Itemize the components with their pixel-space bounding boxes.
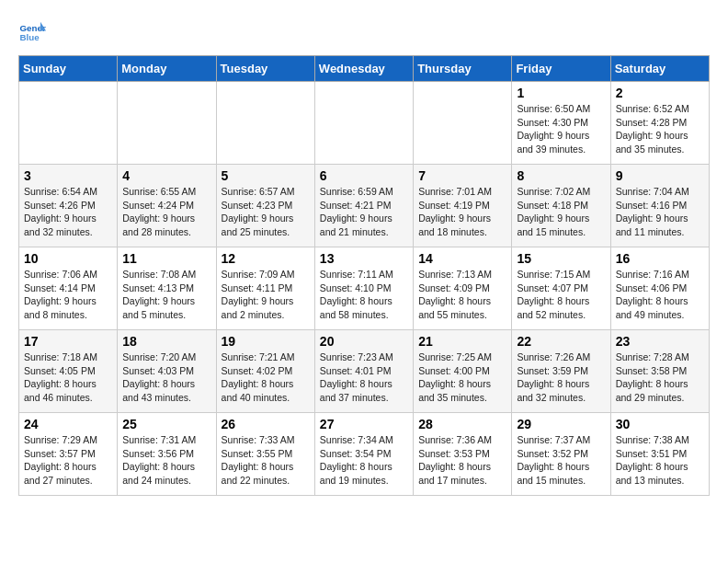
calendar-cell: 12Sunrise: 7:09 AM Sunset: 4:11 PM Dayli… [216, 247, 314, 330]
calendar-table: SundayMondayTuesdayWednesdayThursdayFrid… [18, 55, 710, 496]
day-info: Sunrise: 7:33 AM Sunset: 3:55 PM Dayligh… [222, 433, 310, 488]
day-number: 21 [418, 334, 506, 349]
day-number: 24 [24, 417, 112, 431]
day-info: Sunrise: 6:50 AM Sunset: 4:30 PM Dayligh… [517, 102, 605, 156]
calendar-cell: 13Sunrise: 7:11 AM Sunset: 4:10 PM Dayli… [314, 247, 413, 330]
day-number: 9 [616, 168, 704, 183]
day-info: Sunrise: 7:02 AM Sunset: 4:18 PM Dayligh… [517, 185, 605, 239]
calendar-cell: 9Sunrise: 7:04 AM Sunset: 4:16 PM Daylig… [610, 165, 709, 247]
day-info: Sunrise: 7:31 AM Sunset: 3:56 PM Dayligh… [122, 433, 210, 488]
day-info: Sunrise: 7:16 AM Sunset: 4:06 PM Dayligh… [616, 268, 704, 322]
day-number: 26 [222, 417, 310, 431]
day-number: 3 [24, 168, 112, 183]
day-number: 18 [122, 334, 210, 349]
day-info: Sunrise: 6:52 AM Sunset: 4:28 PM Dayligh… [616, 102, 704, 156]
day-number: 2 [616, 86, 704, 100]
calendar-cell: 4Sunrise: 6:55 AM Sunset: 4:24 PM Daylig… [118, 165, 216, 247]
calendar-cell: 21Sunrise: 7:25 AM Sunset: 4:00 PM Dayli… [414, 330, 512, 413]
calendar-cell: 16Sunrise: 7:16 AM Sunset: 4:06 PM Dayli… [610, 247, 709, 330]
calendar-cell: 29Sunrise: 7:37 AM Sunset: 3:52 PM Dayli… [512, 413, 610, 496]
day-info: Sunrise: 7:37 AM Sunset: 3:52 PM Dayligh… [517, 433, 605, 488]
calendar-cell: 20Sunrise: 7:23 AM Sunset: 4:01 PM Dayli… [314, 330, 413, 413]
day-number: 27 [320, 417, 408, 431]
day-info: Sunrise: 7:20 AM Sunset: 4:03 PM Dayligh… [122, 350, 210, 405]
calendar-cell: 5Sunrise: 6:57 AM Sunset: 4:23 PM Daylig… [216, 165, 314, 247]
day-number: 28 [418, 417, 506, 431]
day-info: Sunrise: 7:25 AM Sunset: 4:00 PM Dayligh… [418, 350, 506, 405]
day-info: Sunrise: 7:26 AM Sunset: 3:59 PM Dayligh… [517, 350, 605, 405]
day-number: 13 [320, 251, 408, 266]
logo-icon: General Blue [18, 18, 46, 46]
calendar-cell: 2Sunrise: 6:52 AM Sunset: 4:28 PM Daylig… [610, 82, 709, 165]
calendar-cell [314, 82, 413, 165]
calendar-cell: 14Sunrise: 7:13 AM Sunset: 4:09 PM Dayli… [414, 247, 512, 330]
day-number: 16 [616, 251, 704, 266]
calendar-cell: 18Sunrise: 7:20 AM Sunset: 4:03 PM Dayli… [118, 330, 216, 413]
logo: General Blue [18, 18, 46, 46]
calendar-cell: 26Sunrise: 7:33 AM Sunset: 3:55 PM Dayli… [216, 413, 314, 496]
day-number: 22 [517, 334, 605, 349]
day-info: Sunrise: 7:36 AM Sunset: 3:53 PM Dayligh… [418, 433, 506, 488]
calendar-cell: 17Sunrise: 7:18 AM Sunset: 4:05 PM Dayli… [19, 330, 118, 413]
day-number: 19 [222, 334, 310, 349]
day-info: Sunrise: 7:08 AM Sunset: 4:13 PM Dayligh… [122, 268, 210, 322]
day-info: Sunrise: 7:09 AM Sunset: 4:11 PM Dayligh… [222, 268, 310, 322]
calendar-cell: 27Sunrise: 7:34 AM Sunset: 3:54 PM Dayli… [314, 413, 413, 496]
calendar-cell: 7Sunrise: 7:01 AM Sunset: 4:19 PM Daylig… [414, 165, 512, 247]
day-info: Sunrise: 7:15 AM Sunset: 4:07 PM Dayligh… [517, 268, 605, 322]
day-info: Sunrise: 7:06 AM Sunset: 4:14 PM Dayligh… [24, 268, 112, 322]
day-info: Sunrise: 7:13 AM Sunset: 4:09 PM Dayligh… [418, 268, 506, 322]
day-info: Sunrise: 7:34 AM Sunset: 3:54 PM Dayligh… [320, 433, 408, 488]
calendar-cell: 15Sunrise: 7:15 AM Sunset: 4:07 PM Dayli… [512, 247, 610, 330]
day-info: Sunrise: 7:11 AM Sunset: 4:10 PM Dayligh… [320, 268, 408, 322]
weekday-header-monday: Monday [118, 56, 216, 82]
weekday-header-saturday: Saturday [610, 56, 709, 82]
calendar-cell: 10Sunrise: 7:06 AM Sunset: 4:14 PM Dayli… [19, 247, 118, 330]
calendar-cell [19, 82, 118, 165]
day-info: Sunrise: 7:38 AM Sunset: 3:51 PM Dayligh… [616, 433, 704, 488]
day-info: Sunrise: 6:57 AM Sunset: 4:23 PM Dayligh… [222, 185, 310, 239]
weekday-header-wednesday: Wednesday [314, 56, 413, 82]
calendar-cell: 11Sunrise: 7:08 AM Sunset: 4:13 PM Dayli… [118, 247, 216, 330]
calendar-cell: 25Sunrise: 7:31 AM Sunset: 3:56 PM Dayli… [118, 413, 216, 496]
day-info: Sunrise: 6:55 AM Sunset: 4:24 PM Dayligh… [122, 185, 210, 239]
calendar-cell: 24Sunrise: 7:29 AM Sunset: 3:57 PM Dayli… [19, 413, 118, 496]
weekday-header-friday: Friday [512, 56, 610, 82]
day-number: 5 [222, 168, 310, 183]
calendar-cell [118, 82, 216, 165]
weekday-header-thursday: Thursday [414, 56, 512, 82]
calendar-cell: 22Sunrise: 7:26 AM Sunset: 3:59 PM Dayli… [512, 330, 610, 413]
day-info: Sunrise: 7:21 AM Sunset: 4:02 PM Dayligh… [222, 350, 310, 405]
day-number: 6 [320, 168, 408, 183]
day-info: Sunrise: 7:28 AM Sunset: 3:58 PM Dayligh… [616, 350, 704, 405]
calendar-cell: 30Sunrise: 7:38 AM Sunset: 3:51 PM Dayli… [610, 413, 709, 496]
day-info: Sunrise: 6:54 AM Sunset: 4:26 PM Dayligh… [24, 185, 112, 239]
day-number: 15 [517, 251, 605, 266]
calendar-cell: 28Sunrise: 7:36 AM Sunset: 3:53 PM Dayli… [414, 413, 512, 496]
day-number: 10 [24, 251, 112, 266]
day-number: 11 [122, 251, 210, 266]
day-number: 29 [517, 417, 605, 431]
day-number: 23 [616, 334, 704, 349]
weekday-header-tuesday: Tuesday [216, 56, 314, 82]
day-number: 4 [122, 168, 210, 183]
calendar-cell [216, 82, 314, 165]
day-info: Sunrise: 6:59 AM Sunset: 4:21 PM Dayligh… [320, 185, 408, 239]
calendar-cell: 19Sunrise: 7:21 AM Sunset: 4:02 PM Dayli… [216, 330, 314, 413]
day-number: 1 [517, 86, 605, 100]
day-number: 14 [418, 251, 506, 266]
day-number: 7 [418, 168, 506, 183]
day-number: 8 [517, 168, 605, 183]
day-number: 30 [616, 417, 704, 431]
calendar-cell: 23Sunrise: 7:28 AM Sunset: 3:58 PM Dayli… [610, 330, 709, 413]
day-info: Sunrise: 7:29 AM Sunset: 3:57 PM Dayligh… [24, 433, 112, 488]
calendar-cell [414, 82, 512, 165]
day-number: 17 [24, 334, 112, 349]
day-number: 20 [320, 334, 408, 349]
calendar-cell: 6Sunrise: 6:59 AM Sunset: 4:21 PM Daylig… [314, 165, 413, 247]
day-number: 25 [122, 417, 210, 431]
day-info: Sunrise: 7:18 AM Sunset: 4:05 PM Dayligh… [24, 350, 112, 405]
weekday-header-sunday: Sunday [19, 56, 118, 82]
day-number: 12 [222, 251, 310, 266]
day-info: Sunrise: 7:23 AM Sunset: 4:01 PM Dayligh… [320, 350, 408, 405]
